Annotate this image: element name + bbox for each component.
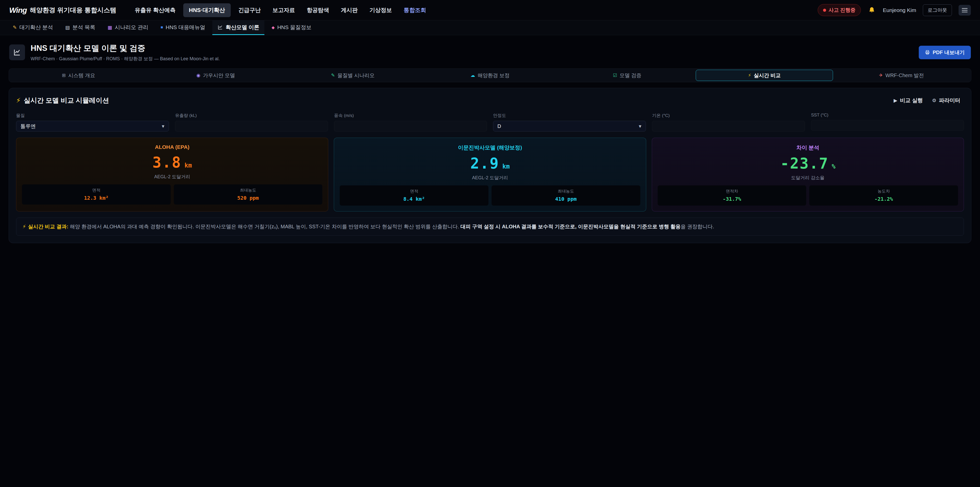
top-navbar: Wing 해양환경 위기대응 통합시스템 유출유 확산예측 HNS·대기확산 긴… [0, 0, 980, 21]
run-comparison-button[interactable]: ▶ 비교 실행 [890, 95, 926, 106]
card-value-row: -23.7 % [658, 155, 958, 172]
panel-header: ⚡ 실시간 모델 비교 시뮬레이션 ▶ 비교 실행 ⚙ 파라미터 [16, 95, 964, 106]
gaussian-icon: ◉ [196, 72, 200, 78]
difference-unit: % [832, 163, 835, 170]
subnav-label: 대기확산 분석 [19, 24, 53, 31]
nav-item-weather[interactable]: 기상정보 [366, 3, 396, 17]
tab-substance-scenarios[interactable]: ✎ 물질별 시나리오 [284, 70, 422, 81]
subnav-item-analysis-list[interactable]: ▤ 분석 목록 [60, 21, 100, 35]
incident-badge-label: 사고 진행중 [829, 6, 856, 14]
check-icon: ☑ [613, 72, 617, 78]
main-nav: 유출유 확산예측 HNS·대기확산 긴급구난 보고자료 항공탐색 게시판 기상정… [130, 3, 430, 17]
panel-title: ⚡ 실시간 모델 비교 시뮬레이션 [16, 96, 109, 105]
tab-wrf-chem[interactable]: ✈ WRF-Chem 발전 [833, 70, 970, 81]
subnav-item-hns-substance-info[interactable]: ◆ HNS 물질정보 [266, 21, 317, 35]
tab-label: 실시간 비교 [754, 72, 781, 79]
cloud-icon: ☁ [470, 72, 475, 78]
tab-label: WRF-Chem 발전 [885, 72, 924, 79]
lightning-icon: ⚡ [22, 224, 26, 229]
card-value-row: 2.9 km [340, 155, 640, 172]
nav-item-board[interactable]: 게시판 [337, 3, 362, 17]
subnav-item-scenario-management[interactable]: ▦ 시나리오 관리 [103, 21, 154, 35]
realtime-comparison-panel: ⚡ 실시간 모델 비교 시뮬레이션 ▶ 비교 실행 ⚙ 파라미터 물질 톨루엔 … [9, 88, 971, 243]
card-value-row: 3.8 km [22, 154, 322, 171]
field-label: 안정도 [493, 113, 646, 118]
distance-unit: km [502, 163, 510, 170]
lightning-icon: ⚡ [748, 72, 751, 78]
distance-value: 3.8 [152, 154, 181, 171]
tab-realtime-comparison[interactable]: ⚡ 실시간 비교 [696, 70, 833, 81]
card-stats: 면적 12.3 km² 최대농도 520 ppm [22, 184, 322, 204]
result-cards: ALOHA (EPA) 3.8 km AEGL-2 도달거리 면적 12.3 k… [16, 138, 964, 211]
stability-select[interactable]: D [493, 121, 646, 131]
book-icon: ■ [161, 25, 163, 30]
field-sst: SST (°C) [811, 113, 964, 131]
grid-icon: ⊞ [62, 72, 65, 78]
card-stats: 면적차 -31.7% 농도차 -21.2% [658, 185, 958, 206]
nav-item-rescue[interactable]: 긴급구난 [234, 3, 265, 17]
nav-item-aerial-search[interactable]: 항공탐색 [303, 3, 333, 17]
nav-item-hns-dispersion[interactable]: HNS·대기확산 [183, 3, 231, 17]
parameters-button[interactable]: ⚙ 파라미터 [928, 95, 964, 106]
run-comparison-label: 비교 실행 [900, 97, 923, 104]
chemical-icon: ◆ [272, 25, 275, 30]
chart-icon [218, 24, 223, 30]
card-caption: 도달거리 감소율 [658, 175, 958, 181]
lee-model-result-card: 이문진박사모델 (해양보정) 2.9 km AEGL-2 도달거리 면적 8.4… [334, 138, 646, 211]
nav-item-oil-spill[interactable]: 유출유 확산예측 [130, 3, 180, 17]
brand-logo[interactable]: Wing 해양환경 위기대응 통합시스템 [9, 6, 116, 14]
rocket-icon: ✈ [879, 72, 883, 78]
field-wind-speed: 풍속 (m/s) [334, 113, 487, 131]
stat-value: -31.7% [660, 196, 804, 202]
difference-value: -23.7 [780, 155, 829, 172]
pdf-export-label: PDF 내보내기 [932, 49, 965, 56]
substance-select[interactable]: 톨루엔 [16, 121, 169, 131]
tab-model-validation[interactable]: ☑ 모델 검증 [558, 70, 696, 81]
note-body: 해양 환경에서 ALOHA의 과대 예측 경향이 확인됩니다. 이문진박사모델은… [68, 224, 461, 229]
sst-input[interactable] [811, 120, 964, 131]
tab-gaussian-model[interactable]: ◉ 가우시안 모델 [147, 70, 284, 81]
page-title: HNS 대기확산 모델 이론 및 검증 [30, 43, 220, 54]
field-label: 풍속 (m/s) [334, 113, 487, 118]
logout-button[interactable]: 로그아웃 [923, 4, 952, 16]
stat-label: 농도차 [811, 189, 956, 194]
wind-speed-input[interactable] [334, 121, 487, 131]
simulation-form: 물질 톨루엔 유출량 (kL) 풍속 (m/s) 안정도 D 기온 (°C) S… [16, 113, 964, 131]
logo-mark: Wing [9, 6, 27, 14]
tab-system-overview[interactable]: ⊞ 시스템 개요 [10, 70, 147, 81]
max-concentration-stat: 최대농도 520 ppm [174, 184, 323, 204]
pencil-icon: ✎ [13, 24, 17, 30]
nav-item-reports[interactable]: 보고자료 [269, 3, 299, 17]
notification-bell-icon[interactable] [867, 6, 876, 14]
document-icon: ▤ [65, 24, 70, 30]
distance-value: 2.9 [470, 155, 500, 172]
hamburger-menu-icon[interactable] [959, 5, 971, 16]
stat-label: 최대농도 [493, 189, 638, 194]
section-tab-bar: ⊞ 시스템 개요 ◉ 가우시안 모델 ✎ 물질별 시나리오 ☁ 해양환경 보정 … [9, 69, 971, 82]
subnav-label: HNS 대응매뉴얼 [165, 24, 205, 31]
note-tail: 을 권장합니다. [681, 224, 714, 229]
nav-item-integrated-search[interactable]: 통합조회 [400, 3, 430, 17]
field-label: 기온 (°C) [652, 113, 805, 118]
field-label: 유출량 (kL) [175, 113, 328, 118]
concentration-diff-stat: 농도차 -21.2% [809, 185, 958, 206]
pdf-export-button[interactable]: PDF 내보내기 [919, 46, 971, 59]
user-name: Eunjeong Kim [883, 7, 916, 13]
subnav-item-hns-manual[interactable]: ■ HNS 대응매뉴얼 [156, 21, 210, 35]
note-lead: 실시간 비교 결과: [28, 224, 68, 229]
air-temp-input[interactable] [652, 121, 805, 131]
header-text: HNS 대기확산 모델 이론 및 검증 WRF-Chem · Gaussian … [30, 43, 220, 62]
lightning-icon: ⚡ [16, 97, 21, 104]
tab-label: 모델 검증 [620, 72, 641, 79]
distance-unit: km [185, 162, 192, 169]
card-stats: 면적 8.4 km² 최대농도 410 ppm [340, 185, 640, 206]
chart-icon [9, 45, 25, 60]
tab-label: 물질별 시나리오 [337, 72, 375, 79]
subnav-item-dispersion-analysis[interactable]: ✎ 대기확산 분석 [8, 21, 58, 35]
stat-label: 최대농도 [176, 188, 321, 193]
pencil-icon: ✎ [331, 72, 335, 78]
tab-marine-correction[interactable]: ☁ 해양환경 보정 [422, 70, 558, 81]
card-caption: AEGL-2 도달거리 [22, 174, 322, 180]
spill-amount-input[interactable] [175, 121, 328, 131]
subnav-item-model-theory[interactable]: 확산모델 이론 [212, 21, 264, 35]
